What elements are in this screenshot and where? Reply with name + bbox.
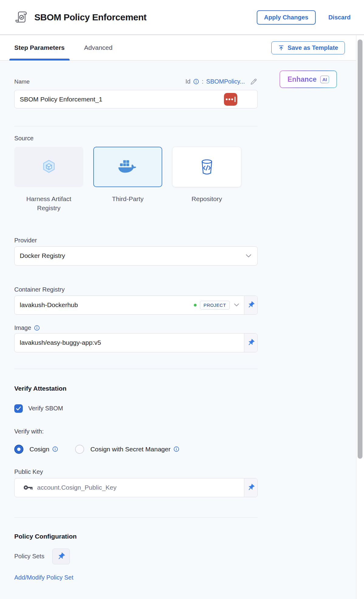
cosign-info-icon[interactable] — [52, 446, 58, 452]
scrollbar-thumb[interactable] — [358, 39, 362, 459]
verify-with-radio-group: Cosign Cosign with Secret Manager — [14, 445, 258, 454]
page-title: SBOM Policy Enforcement — [34, 12, 146, 22]
provider-label: Provider — [14, 237, 258, 244]
scope-badge: PROJECT — [200, 301, 230, 310]
name-label: Name — [14, 78, 30, 85]
tab-advanced[interactable]: Advanced — [84, 35, 112, 60]
runtime-input-pin-button[interactable] — [244, 296, 257, 314]
add-modify-policy-set-link[interactable]: Add/Modify Policy Set — [14, 574, 74, 581]
image-info-icon[interactable] — [34, 325, 40, 331]
panel-header: SBOM Policy Enforcement Apply Changes Di… — [0, 0, 364, 35]
pin-icon — [247, 484, 255, 491]
divider — [14, 369, 258, 369]
id-info-icon[interactable] — [193, 79, 199, 84]
tab-step-parameters[interactable]: Step Parameters — [14, 35, 65, 60]
sbom-policy-scroll-icon — [14, 10, 28, 24]
connector-status-dot — [194, 304, 197, 306]
key-icon — [23, 484, 33, 491]
pencil-icon — [249, 77, 258, 86]
pin-icon — [247, 301, 255, 309]
image-input[interactable]: lavakush/easy-buggy-app:v5 — [14, 333, 258, 352]
runtime-input-pin-button[interactable] — [244, 334, 257, 352]
step-parameters-panel: Enhance AI Name Id : SBOMPolicy... — [0, 61, 356, 599]
name-input[interactable]: SBOM Policy Enforcement_1 — [14, 90, 258, 108]
public-key-input[interactable]: account.Cosign_Public_Key — [14, 478, 258, 497]
verify-sbom-checkbox-row[interactable]: Verify SBOM — [14, 404, 258, 413]
verify-with-label: Verify with: — [14, 428, 258, 435]
radio-cosign-label: Cosign — [29, 446, 49, 453]
pin-icon — [57, 552, 65, 561]
source-label: Source — [14, 135, 258, 142]
image-label: Image — [14, 324, 31, 331]
divider — [14, 126, 258, 126]
repository-bucket-icon — [199, 159, 215, 176]
radio-cosign-secret-manager-label: Cosign with Secret Manager — [90, 446, 170, 453]
cosign-secret-manager-info-icon[interactable] — [173, 446, 179, 452]
discard-button[interactable]: Discard — [328, 14, 351, 21]
harness-artifact-registry-icon — [40, 159, 57, 176]
radio-cosign[interactable] — [14, 445, 23, 454]
source-option-label: Repository — [172, 194, 241, 213]
source-card-harness-artifact-registry[interactable] — [14, 147, 83, 187]
provider-select[interactable]: Docker Registry — [14, 246, 258, 265]
upload-template-icon — [278, 45, 284, 51]
verify-sbom-label: Verify SBOM — [28, 405, 63, 412]
image-label-row: Image — [14, 324, 258, 331]
container-registry-input[interactable]: lavakush-Dockerhub PROJECT — [14, 296, 258, 315]
container-registry-label: Container Registry — [14, 286, 258, 293]
enhance-ai-button[interactable]: Enhance AI — [280, 70, 337, 88]
pin-icon — [247, 339, 255, 347]
vertical-scrollbar — [356, 35, 364, 599]
policy-sets-pin-button[interactable] — [52, 549, 70, 564]
chevron-down-icon[interactable] — [234, 303, 239, 306]
chevron-down-icon — [246, 254, 251, 258]
save-as-template-button[interactable]: Save as Template — [271, 41, 345, 54]
ai-badge: AI — [320, 76, 329, 83]
divider — [14, 517, 258, 518]
tab-bar: Step Parameters Advanced Save as Templat… — [0, 35, 364, 61]
edit-id-button[interactable] — [249, 77, 258, 86]
public-key-label: Public Key — [14, 468, 258, 475]
password-manager-extension-icon[interactable] — [224, 93, 237, 106]
docker-whale-icon — [118, 159, 138, 175]
source-option-label: Harness Artifact Registry — [14, 194, 83, 213]
radio-cosign-secret-manager[interactable] — [75, 445, 84, 454]
runtime-input-pin-button[interactable] — [244, 478, 257, 497]
policy-sets-label: Policy Sets — [14, 553, 44, 560]
source-option-label: Third-Party — [93, 194, 162, 213]
id-label: Id — [185, 78, 191, 85]
source-card-repository[interactable] — [172, 147, 241, 187]
apply-changes-button[interactable]: Apply Changes — [257, 10, 316, 25]
policy-configuration-heading: Policy Configuration — [14, 533, 258, 540]
checkbox-checked-icon[interactable] — [14, 404, 23, 413]
source-card-third-party[interactable] — [93, 147, 162, 187]
verify-attestation-heading: Verify Attestation — [14, 385, 258, 392]
step-id-value[interactable]: SBOMPolicy... — [206, 78, 245, 85]
